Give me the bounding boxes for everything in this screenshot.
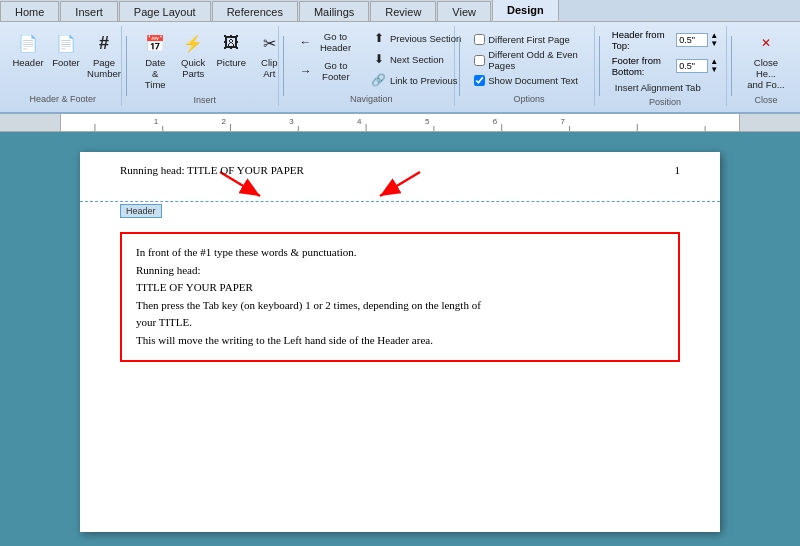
document-area: Running head: TITLE OF YOUR PAPER 1 Head… bbox=[0, 132, 800, 546]
header-label: Header bbox=[120, 204, 162, 218]
quick-parts-icon: ⚡ bbox=[181, 31, 205, 55]
group-insert: 📅 Date & Time ⚡ Quick Parts 🖼 Picture ✂ … bbox=[131, 26, 279, 106]
tab-view[interactable]: View bbox=[437, 1, 491, 21]
tab-review[interactable]: Review bbox=[370, 1, 436, 21]
diff-first-page-checkbox[interactable]: Different First Page bbox=[470, 33, 574, 46]
group-label-options: Options bbox=[470, 92, 588, 104]
footer-from-bottom-field: Footer from Bottom: ▲ ▼ bbox=[610, 54, 720, 78]
svg-text:4: 4 bbox=[357, 117, 362, 126]
date-time-button[interactable]: 📅 Date & Time bbox=[137, 28, 173, 93]
instruction-line-6: This will move the writing to the Left h… bbox=[136, 332, 664, 350]
link-to-prev-button[interactable]: 🔗 Link to Previous bbox=[366, 70, 466, 90]
diff-odd-even-checkbox[interactable]: Different Odd & Even Pages bbox=[470, 48, 588, 72]
instruction-box: In front of the #1 type these words & pu… bbox=[120, 232, 680, 362]
quick-parts-button[interactable]: ⚡ Quick Parts bbox=[175, 28, 211, 82]
next-section-icon: ⬇ bbox=[371, 51, 387, 67]
tab-mailings[interactable]: Mailings bbox=[299, 1, 369, 21]
footer-from-bottom-input[interactable] bbox=[676, 59, 708, 73]
ribbon: 📄 Header 📄 Footer # Page Number Header &… bbox=[0, 22, 800, 114]
clip-art-icon: ✂ bbox=[257, 31, 281, 55]
close-icon: ✕ bbox=[754, 31, 778, 55]
show-doc-text-label: Show Document Text bbox=[488, 75, 578, 86]
diff-first-page-label: Different First Page bbox=[488, 34, 570, 45]
instruction-line-2: Running head: bbox=[136, 262, 664, 280]
svg-text:1: 1 bbox=[154, 117, 159, 126]
show-doc-text-checkbox[interactable]: Show Document Text bbox=[470, 74, 582, 87]
group-label-position: Position bbox=[610, 95, 720, 107]
goto-header-icon: ← bbox=[299, 34, 312, 50]
svg-text:5: 5 bbox=[425, 117, 430, 126]
picture-icon: 🖼 bbox=[219, 31, 243, 55]
tab-bar: Home Insert Page Layout References Maili… bbox=[0, 0, 800, 22]
goto-footer-icon: → bbox=[299, 63, 313, 79]
goto-header-button[interactable]: ← Go to Header bbox=[294, 28, 364, 56]
instruction-line-5: your TITLE. bbox=[136, 314, 664, 332]
page: Running head: TITLE OF YOUR PAPER 1 Head… bbox=[80, 152, 720, 532]
tab-home[interactable]: Home bbox=[0, 1, 59, 21]
group-position: Header from Top: ▲ ▼ Footer from Bottom:… bbox=[604, 26, 727, 106]
tab-insert[interactable]: Insert bbox=[60, 1, 118, 21]
group-header-footer: 📄 Header 📄 Footer # Page Number Header &… bbox=[4, 26, 122, 106]
header-content: Running head: TITLE OF YOUR PAPER 1 bbox=[120, 164, 680, 176]
page-number-icon: # bbox=[92, 31, 116, 55]
ruler: 1 2 3 4 5 6 7 bbox=[0, 114, 800, 132]
insert-alignment-tab-button[interactable]: Insert Alignment Tab bbox=[610, 80, 720, 95]
prev-section-icon: ⬆ bbox=[371, 30, 387, 46]
svg-text:2: 2 bbox=[221, 117, 226, 126]
picture-button[interactable]: 🖼 Picture bbox=[213, 28, 249, 71]
date-time-icon: 📅 bbox=[143, 31, 167, 55]
instruction-line-4: Then press the Tab key (on keyboard) 1 o… bbox=[136, 297, 664, 315]
group-label-header-footer: Header & Footer bbox=[10, 92, 115, 104]
header-top-down-arrow[interactable]: ▼ bbox=[710, 40, 718, 48]
group-options: Different First Page Different Odd & Eve… bbox=[464, 26, 595, 106]
footer-icon: 📄 bbox=[54, 31, 78, 55]
header-from-top-input[interactable] bbox=[676, 33, 708, 47]
group-label-close: Close bbox=[742, 93, 790, 105]
group-close: ✕ Close He... and Fo... Close bbox=[736, 26, 796, 106]
footer-bottom-down-arrow[interactable]: ▼ bbox=[710, 66, 718, 74]
svg-text:6: 6 bbox=[493, 117, 498, 126]
header-button[interactable]: 📄 Header bbox=[10, 28, 46, 71]
page-header-zone: Running head: TITLE OF YOUR PAPER 1 bbox=[80, 152, 720, 202]
group-label-navigation: Navigation bbox=[294, 92, 449, 104]
header-icon: 📄 bbox=[16, 31, 40, 55]
group-navigation: ← Go to Header → Go to Footer ⬆ Previous… bbox=[288, 26, 456, 106]
clip-art-button[interactable]: ✂ Clip Art bbox=[251, 28, 287, 82]
instruction-line-1: In front of the #1 type these words & pu… bbox=[136, 244, 664, 262]
header-title: Running head: TITLE OF YOUR PAPER bbox=[120, 164, 304, 176]
ruler-inner: 1 2 3 4 5 6 7 bbox=[60, 114, 740, 131]
tab-design[interactable]: Design bbox=[492, 0, 559, 21]
page-number: 1 bbox=[675, 164, 681, 176]
group-label-insert: Insert bbox=[137, 93, 272, 105]
prev-section-button[interactable]: ⬆ Previous Section bbox=[366, 28, 466, 48]
instruction-line-3: TITLE OF YOUR PAPER bbox=[136, 279, 664, 297]
header-from-top-field: Header from Top: ▲ ▼ bbox=[610, 28, 720, 52]
svg-text:7: 7 bbox=[560, 117, 565, 126]
footer-button[interactable]: 📄 Footer bbox=[48, 28, 84, 71]
next-section-button[interactable]: ⬇ Next Section bbox=[366, 49, 466, 69]
tab-page-layout[interactable]: Page Layout bbox=[119, 1, 211, 21]
goto-footer-button[interactable]: → Go to Footer bbox=[294, 57, 364, 85]
svg-text:3: 3 bbox=[289, 117, 294, 126]
close-header-footer-button[interactable]: ✕ Close He... and Fo... bbox=[742, 28, 790, 93]
page-number-button[interactable]: # Page Number bbox=[86, 28, 122, 82]
link-icon: 🔗 bbox=[371, 72, 387, 88]
diff-odd-even-label: Different Odd & Even Pages bbox=[488, 49, 584, 71]
tab-references[interactable]: References bbox=[212, 1, 298, 21]
